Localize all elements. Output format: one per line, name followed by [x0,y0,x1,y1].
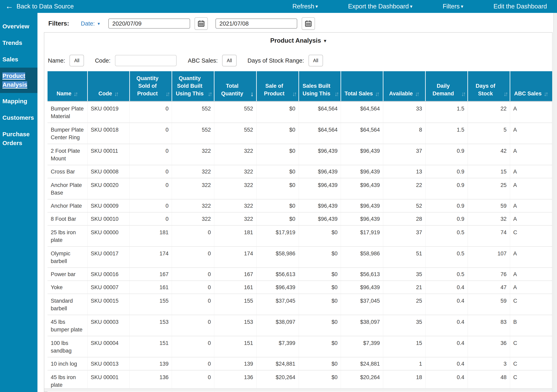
cell-abc-sales: A [510,212,552,225]
cell-name: Standard barbell [48,294,87,315]
column-header-quantity-sold-of-product[interactable]: Quantity Sold of Product↓↑ [130,71,172,101]
topbar-menu-edit-the-dashboard[interactable]: Edit the Dashboard [494,3,547,10]
column-header-total-sales[interactable]: Total Sales↓↑ [341,71,383,101]
start-date-input[interactable] [108,18,190,29]
vertical-scrollbar[interactable] [553,13,557,392]
sidebar-item-sales[interactable]: Sales [0,51,37,68]
cell-available: 33 [383,101,426,123]
sidebar-item-customers[interactable]: Customers [0,110,37,126]
cell-total-quantity: 322 [214,212,256,225]
cell-quantity-sold-built-using-this: 0 [172,225,214,247]
back-to-data-source-button[interactable]: ← Back to Data Source [0,2,74,10]
cell-abc-sales: A [510,281,552,294]
cell-total-quantity: 322 [214,165,256,178]
cell-quantity-sold-built-using-this: 322 [172,144,214,165]
cell-daily-demand: 0.4 [426,357,468,370]
start-date-calendar-button[interactable] [195,17,208,30]
days-of-stock-range-filter-button[interactable]: All [309,55,323,66]
column-header-code[interactable]: Code↓↑ [87,71,130,101]
cell-sales-built-using-this: $0 [299,357,341,370]
cell-available: 15 [383,336,426,357]
cell-sale-of-product: $7,399 [256,336,299,357]
table-row[interactable]: 100 lbs sandbagSKU 000041510151$7,399$0$… [48,336,552,357]
cell-total-sales: $96,439 [341,199,383,212]
table-row[interactable]: Olympic barbellSKU 000171740174$58,986$0… [48,247,552,268]
cell-name: 45 lbs bumper plate [48,315,87,336]
cell-available: 37 [383,144,426,165]
sidebar-item-mapping[interactable]: Mapping [0,93,37,110]
cell-sale-of-product: $0 [256,144,299,165]
cell-total-sales: $17,919 [341,225,383,247]
panel-title-dropdown[interactable]: Product Analysis ▾ [44,37,552,44]
cell-sales-built-using-this: $96,439 [299,178,341,199]
column-header-sale-of-product[interactable]: Sale of Product↓↑ [256,71,299,101]
horizontal-scrollbar[interactable] [44,388,552,392]
table-row[interactable]: 45 lbs bumper plateSKU 000031530153$38,0… [48,315,552,336]
sidebar-item-purchase-orders[interactable]: Purchase Orders [0,126,37,151]
table-row[interactable]: 8 Foot BarSKU 000100322322$0$96,439$96,4… [48,212,552,225]
cell-abc-sales: A [510,144,552,165]
cell-quantity-sold-of-product: 0 [130,165,172,178]
cell-sale-of-product: $37,045 [256,294,299,315]
table-row[interactable]: 10 inch logSKU 000131390139$24,881$0$24,… [48,357,552,370]
cell-code: SKU 00016 [87,268,130,281]
cell-days-of-stock: 107 [467,247,510,268]
code-filter-input[interactable] [115,55,177,66]
cell-total-sales: $96,439 [341,281,383,294]
table-row[interactable]: Power barSKU 000161670167$56,613$0$56,61… [48,268,552,281]
cell-total-quantity: 151 [214,336,256,357]
cell-total-sales: $96,439 [341,165,383,178]
column-header-label: Sales Built Using This [301,82,332,97]
column-header-sales-built-using-this[interactable]: Sales Built Using This↓↑ [299,71,341,101]
name-filter-button[interactable]: All [69,55,84,66]
cell-sale-of-product: $0 [256,101,299,123]
table-row[interactable]: Bumper Plate MaterialSKU 000190552552$0$… [48,101,552,123]
cell-daily-demand: 0.9 [426,144,468,165]
table-row[interactable]: YokeSKU 000071610161$96,439$0$96,439210.… [48,281,552,294]
column-header-available[interactable]: Available↓↑ [383,71,426,101]
cell-total-sales: $56,613 [341,268,383,281]
date-filter-dropdown[interactable]: Date: ▾ [81,20,100,27]
cell-days-of-stock: 42 [467,144,510,165]
end-date-input[interactable] [215,18,297,29]
cell-abc-sales: A [510,123,552,144]
column-header-total-quantity[interactable]: Total Quantity↓ [214,71,256,101]
end-date-calendar-button[interactable] [302,17,315,30]
cell-sales-built-using-this: $64,564 [299,123,341,144]
cell-quantity-sold-of-product: 153 [130,315,172,336]
table-row[interactable]: Cross BarSKU 000080322322$0$96,439$96,43… [48,165,552,178]
table-row[interactable]: Bumper Plate Center RingSKU 000180552552… [48,123,552,144]
column-header-name[interactable]: Name↓↑ [48,71,87,101]
cell-sale-of-product: $58,986 [256,247,299,268]
table-row[interactable]: 2 Foot Plate MountSKU 000110322322$0$96,… [48,144,552,165]
table-row[interactable]: Anchor PlateSKU 000090322322$0$96,439$96… [48,199,552,212]
caret-down-icon: ▾ [324,38,326,43]
topbar-menu-export-the-dashboard[interactable]: Export the Dashboard▾ [348,3,413,10]
topbar-menu-refresh[interactable]: Refresh▾ [292,3,318,10]
cell-daily-demand: 0.5 [426,268,468,281]
sidebar-item-product-analysis[interactable]: Product Analysis [0,68,37,93]
table-row[interactable]: Anchor Plate BaseSKU 000200322322$0$96,4… [48,178,552,199]
cell-quantity-sold-of-product: 0 [130,144,172,165]
table-row[interactable]: 25 lbs iron plateSKU 000001810181$17,919… [48,225,552,247]
column-header-label: Daily Demand [427,82,459,97]
sort-toggle-icon: ↓↑ [461,91,466,97]
column-header-quantity-sold-built-using-this[interactable]: Quantity Sold Built Using This↓↑ [172,71,214,101]
cell-total-sales: $24,881 [341,357,383,370]
sidebar-nav: OverviewTrendsSalesProduct AnalysisMappi… [0,13,37,392]
cell-days-of-stock: 15 [467,165,510,178]
abc-sales-filter-button[interactable]: All [222,55,237,66]
column-header-abc-sales[interactable]: ABC Sales↓↑ [510,71,552,101]
table-row[interactable]: Standard barbellSKU 000151550155$37,045$… [48,294,552,315]
cell-total-sales: $96,439 [341,144,383,165]
column-header-label: Total Sales [344,90,373,97]
column-header-daily-demand[interactable]: Daily Demand↓↑ [426,71,468,101]
cell-available: 37 [383,225,426,247]
sidebar-item-label: Mapping [2,98,27,104]
cell-sales-built-using-this: $64,564 [299,101,341,123]
column-header-days-of-stock[interactable]: Days of Stock↓↑ [467,71,510,101]
cell-total-sales: $38,097 [341,315,383,336]
sidebar-item-overview[interactable]: Overview [0,18,37,35]
sidebar-item-trends[interactable]: Trends [0,35,37,51]
topbar-menu-filters[interactable]: Filters▾ [443,3,463,10]
